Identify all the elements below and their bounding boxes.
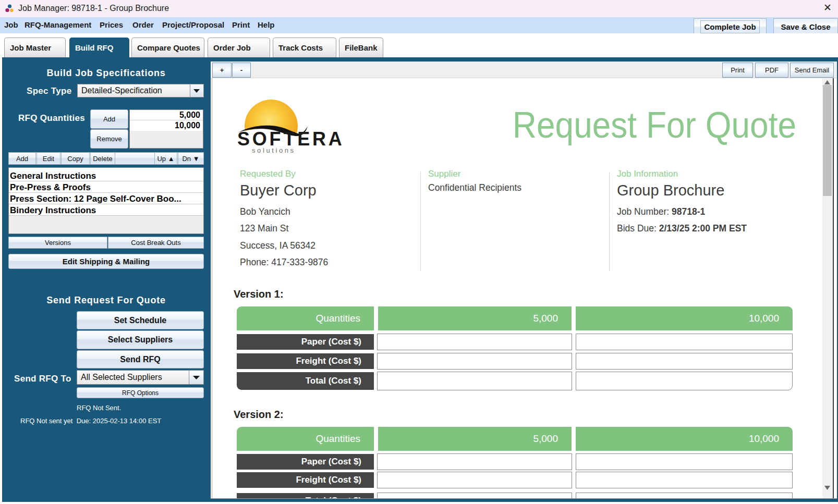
svg-text:solutions: solutions xyxy=(252,146,296,154)
